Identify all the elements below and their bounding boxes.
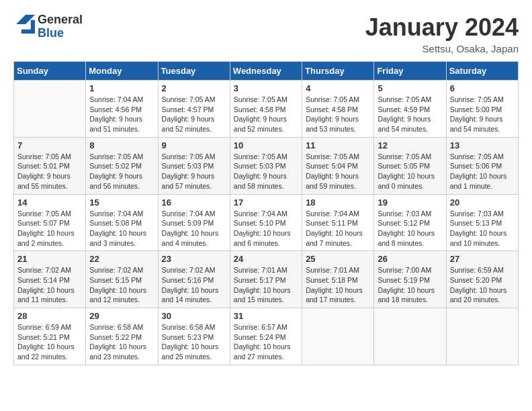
day-number: 25 (306, 254, 370, 264)
day-info: Sunrise: 7:05 AM Sunset: 5:04 PM Dayligh… (306, 152, 370, 191)
location: Settsu, Osaka, Japan (365, 43, 519, 54)
calendar-cell (374, 308, 446, 365)
calendar-cell: 19Sunrise: 7:03 AM Sunset: 5:12 PM Dayli… (374, 194, 446, 251)
calendar-header-row: SundayMondayTuesdayWednesdayThursdayFrid… (14, 62, 519, 81)
day-info: Sunrise: 6:59 AM Sunset: 5:21 PM Dayligh… (17, 322, 82, 362)
day-header-wednesday: Wednesday (230, 62, 302, 81)
day-info: Sunrise: 7:02 AM Sunset: 5:14 PM Dayligh… (17, 265, 82, 305)
logo: General Blue (13, 13, 83, 40)
week-row-3: 14Sunrise: 7:05 AM Sunset: 5:07 PM Dayli… (14, 194, 519, 251)
day-number: 21 (17, 254, 82, 264)
day-info: Sunrise: 7:05 AM Sunset: 5:06 PM Dayligh… (450, 152, 515, 191)
day-info: Sunrise: 7:05 AM Sunset: 4:58 PM Dayligh… (306, 95, 370, 134)
day-info: Sunrise: 6:58 AM Sunset: 5:22 PM Dayligh… (89, 322, 154, 362)
day-number: 17 (234, 197, 298, 208)
day-number: 23 (162, 254, 226, 264)
day-number: 12 (378, 140, 442, 150)
calendar-cell: 30Sunrise: 6:58 AM Sunset: 5:23 PM Dayli… (158, 308, 230, 365)
month-title: January 2024 (365, 13, 519, 42)
calendar-cell: 12Sunrise: 7:05 AM Sunset: 5:05 PM Dayli… (374, 137, 446, 194)
calendar-cell (14, 81, 86, 138)
day-info: Sunrise: 7:04 AM Sunset: 5:09 PM Dayligh… (162, 209, 226, 248)
day-number: 14 (17, 197, 82, 208)
day-info: Sunrise: 6:57 AM Sunset: 5:24 PM Dayligh… (234, 322, 298, 362)
day-info: Sunrise: 7:01 AM Sunset: 5:18 PM Dayligh… (306, 265, 370, 305)
day-info: Sunrise: 7:05 AM Sunset: 5:07 PM Dayligh… (17, 209, 82, 248)
day-number: 22 (89, 254, 154, 264)
calendar-cell: 1Sunrise: 7:04 AM Sunset: 4:56 PM Daylig… (86, 81, 158, 138)
day-number: 3 (234, 83, 298, 93)
day-number: 24 (234, 254, 298, 264)
logo-general-text: General (38, 13, 83, 27)
calendar-cell: 9Sunrise: 7:05 AM Sunset: 5:03 PM Daylig… (158, 137, 230, 194)
calendar-cell: 29Sunrise: 6:58 AM Sunset: 5:22 PM Dayli… (86, 308, 158, 365)
day-info: Sunrise: 7:05 AM Sunset: 5:03 PM Dayligh… (234, 152, 298, 191)
day-number: 9 (162, 140, 226, 150)
day-info: Sunrise: 6:58 AM Sunset: 5:23 PM Dayligh… (162, 322, 226, 362)
day-info: Sunrise: 7:04 AM Sunset: 5:08 PM Dayligh… (89, 209, 154, 248)
logo-blue-text: Blue (38, 27, 83, 40)
calendar-cell: 15Sunrise: 7:04 AM Sunset: 5:08 PM Dayli… (86, 194, 158, 251)
calendar-cell: 21Sunrise: 7:02 AM Sunset: 5:14 PM Dayli… (14, 251, 86, 308)
calendar-cell: 13Sunrise: 7:05 AM Sunset: 5:06 PM Dayli… (446, 137, 518, 194)
day-number: 7 (17, 140, 82, 150)
day-info: Sunrise: 7:04 AM Sunset: 4:56 PM Dayligh… (89, 95, 154, 134)
calendar-table: SundayMondayTuesdayWednesdayThursdayFrid… (13, 61, 519, 365)
day-info: Sunrise: 7:04 AM Sunset: 5:11 PM Dayligh… (306, 209, 370, 248)
day-header-sunday: Sunday (14, 62, 86, 81)
day-info: Sunrise: 7:02 AM Sunset: 5:16 PM Dayligh… (162, 265, 226, 305)
page-header: General Blue January 2024 Settsu, Osaka,… (13, 13, 519, 54)
day-info: Sunrise: 7:04 AM Sunset: 5:10 PM Dayligh… (234, 209, 298, 248)
day-number: 15 (89, 197, 154, 208)
day-number: 28 (17, 311, 82, 321)
day-header-friday: Friday (374, 62, 446, 81)
day-number: 5 (378, 83, 442, 93)
day-number: 10 (234, 140, 298, 150)
week-row-5: 28Sunrise: 6:59 AM Sunset: 5:21 PM Dayli… (14, 308, 519, 365)
calendar-cell: 4Sunrise: 7:05 AM Sunset: 4:58 PM Daylig… (302, 81, 374, 138)
calendar-cell: 3Sunrise: 7:05 AM Sunset: 4:58 PM Daylig… (230, 81, 302, 138)
calendar-cell (446, 308, 518, 365)
calendar-cell: 14Sunrise: 7:05 AM Sunset: 5:07 PM Dayli… (14, 194, 86, 251)
calendar-cell: 23Sunrise: 7:02 AM Sunset: 5:16 PM Dayli… (158, 251, 230, 308)
day-info: Sunrise: 7:05 AM Sunset: 4:59 PM Dayligh… (378, 95, 442, 134)
day-number: 13 (450, 140, 515, 150)
calendar-cell: 5Sunrise: 7:05 AM Sunset: 4:59 PM Daylig… (374, 81, 446, 138)
day-info: Sunrise: 7:05 AM Sunset: 4:58 PM Dayligh… (234, 95, 298, 134)
week-row-4: 21Sunrise: 7:02 AM Sunset: 5:14 PM Dayli… (14, 251, 519, 308)
day-number: 6 (450, 83, 515, 93)
calendar-cell: 28Sunrise: 6:59 AM Sunset: 5:21 PM Dayli… (14, 308, 86, 365)
day-number: 16 (162, 197, 226, 208)
calendar-cell: 27Sunrise: 6:59 AM Sunset: 5:20 PM Dayli… (446, 251, 518, 308)
calendar-cell (302, 308, 374, 365)
day-number: 29 (89, 311, 154, 321)
day-info: Sunrise: 7:05 AM Sunset: 5:05 PM Dayligh… (378, 152, 442, 191)
day-number: 27 (450, 254, 515, 264)
day-header-tuesday: Tuesday (158, 62, 230, 81)
day-info: Sunrise: 7:00 AM Sunset: 5:19 PM Dayligh… (378, 265, 442, 305)
day-number: 8 (89, 140, 154, 150)
day-number: 31 (234, 311, 298, 321)
week-row-2: 7Sunrise: 7:05 AM Sunset: 5:01 PM Daylig… (14, 137, 519, 194)
calendar-cell: 11Sunrise: 7:05 AM Sunset: 5:04 PM Dayli… (302, 137, 374, 194)
day-number: 2 (162, 83, 226, 93)
day-number: 11 (306, 140, 370, 150)
day-info: Sunrise: 7:02 AM Sunset: 5:15 PM Dayligh… (89, 265, 154, 305)
calendar-cell: 25Sunrise: 7:01 AM Sunset: 5:18 PM Dayli… (302, 251, 374, 308)
calendar-cell: 22Sunrise: 7:02 AM Sunset: 5:15 PM Dayli… (86, 251, 158, 308)
day-number: 4 (306, 83, 370, 93)
title-block: January 2024 Settsu, Osaka, Japan (365, 13, 519, 54)
day-info: Sunrise: 7:05 AM Sunset: 5:03 PM Dayligh… (162, 152, 226, 191)
day-header-saturday: Saturday (446, 62, 518, 81)
day-info: Sunrise: 7:05 AM Sunset: 5:01 PM Dayligh… (17, 152, 82, 191)
day-info: Sunrise: 6:59 AM Sunset: 5:20 PM Dayligh… (450, 265, 515, 305)
calendar-cell: 8Sunrise: 7:05 AM Sunset: 5:02 PM Daylig… (86, 137, 158, 194)
day-number: 19 (378, 197, 442, 208)
calendar-cell: 7Sunrise: 7:05 AM Sunset: 5:01 PM Daylig… (14, 137, 86, 194)
day-info: Sunrise: 7:03 AM Sunset: 5:12 PM Dayligh… (378, 209, 442, 248)
day-info: Sunrise: 7:01 AM Sunset: 5:17 PM Dayligh… (234, 265, 298, 305)
day-number: 1 (89, 83, 154, 93)
calendar-cell: 20Sunrise: 7:03 AM Sunset: 5:13 PM Dayli… (446, 194, 518, 251)
day-number: 20 (450, 197, 515, 208)
calendar-cell: 10Sunrise: 7:05 AM Sunset: 5:03 PM Dayli… (230, 137, 302, 194)
